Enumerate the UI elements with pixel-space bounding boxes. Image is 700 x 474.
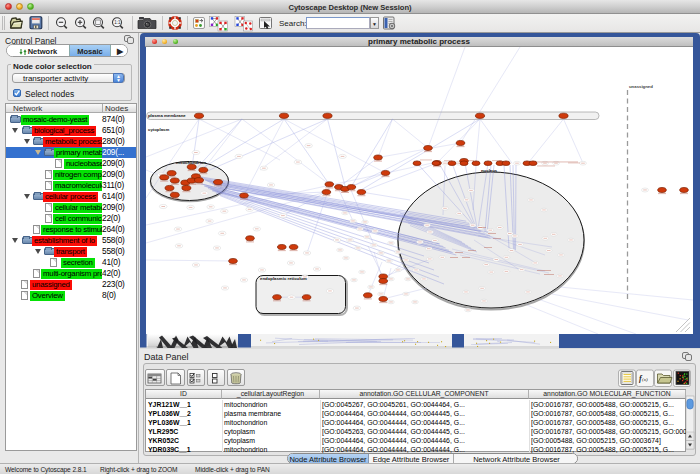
svg-text:endoplasmic reticulum: endoplasmic reticulum <box>260 276 307 281</box>
svg-text:(x): (x) <box>642 377 648 382</box>
svg-text:unassigned: unassigned <box>629 84 653 89</box>
svg-text:plasma membrane: plasma membrane <box>148 113 186 118</box>
svg-text:1:1: 1:1 <box>114 20 121 25</box>
svg-text:nucleus: nucleus <box>481 168 498 173</box>
svg-text:cytoplasm: cytoplasm <box>148 127 169 132</box>
svg-text:mitochondrion: mitochondrion <box>176 160 206 165</box>
